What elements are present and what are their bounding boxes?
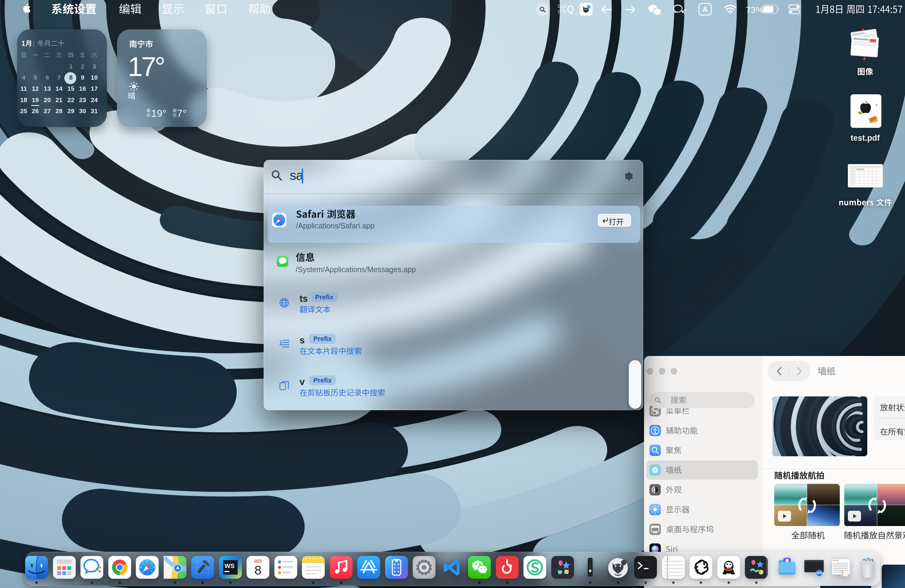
svg-text:8: 8 [254, 563, 261, 577]
svg-text:WS: WS [224, 562, 235, 569]
svg-text:A: A [702, 5, 708, 13]
svg-text:WS: WS [816, 571, 822, 575]
